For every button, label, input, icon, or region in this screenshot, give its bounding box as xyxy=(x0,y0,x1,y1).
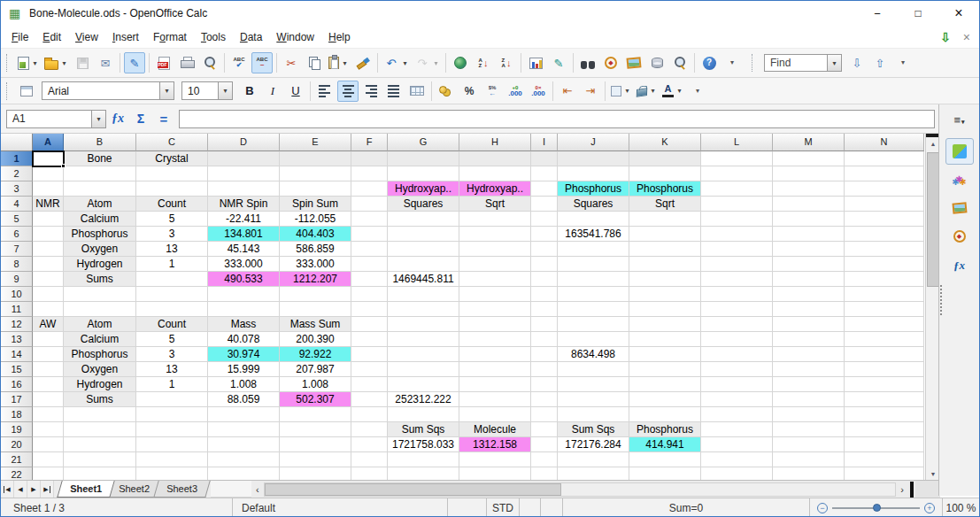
cell-N18[interactable] xyxy=(845,407,924,422)
cell-K3[interactable]: Phosphorus xyxy=(629,181,701,197)
sheet-tab-sheet3[interactable]: Sheet3 xyxy=(153,481,210,498)
cell-D8[interactable]: 333.000 xyxy=(208,257,280,272)
font-size-combo[interactable]: 10 xyxy=(181,81,233,100)
cell-N12[interactable] xyxy=(845,317,924,332)
background-color-dropdown[interactable]: ▾ xyxy=(649,87,657,95)
cell-K6[interactable] xyxy=(629,227,701,242)
menu-format[interactable]: Format xyxy=(146,27,194,48)
cell-C19[interactable] xyxy=(136,422,208,437)
column-header-B[interactable]: B xyxy=(64,134,136,151)
gallery-button[interactable] xyxy=(623,52,644,73)
cell-F10[interactable] xyxy=(351,287,388,302)
cell-H6[interactable] xyxy=(459,227,531,242)
cell-J19[interactable]: Sum Sqs xyxy=(558,422,629,437)
cell-D19[interactable] xyxy=(208,422,280,437)
bold-button[interactable]: B xyxy=(239,81,260,102)
row-header-7[interactable]: 7 xyxy=(1,242,33,257)
open-dropdown[interactable]: ▾ xyxy=(60,59,68,67)
cell-K20[interactable]: 414.941 xyxy=(629,437,701,452)
cell-D20[interactable] xyxy=(208,437,280,452)
cell-L18[interactable] xyxy=(701,407,773,422)
cell-A11[interactable] xyxy=(33,302,64,317)
cell-B14[interactable]: Phosphorus xyxy=(64,347,136,362)
menu-help[interactable]: Help xyxy=(321,27,358,48)
cell-K2[interactable] xyxy=(629,166,701,181)
cell-M18[interactable] xyxy=(773,407,845,422)
cell-J12[interactable] xyxy=(558,317,629,332)
cell-G11[interactable] xyxy=(388,302,459,317)
cell-G18[interactable] xyxy=(388,407,459,422)
cell-C7[interactable]: 13 xyxy=(136,242,208,257)
cell-A12[interactable]: AW xyxy=(33,317,64,332)
cell-E6[interactable]: 404.403 xyxy=(280,227,351,242)
cell-I5[interactable] xyxy=(531,212,558,227)
cell-J14[interactable]: 8634.498 xyxy=(558,347,629,362)
cell-D7[interactable]: 45.143 xyxy=(208,242,280,257)
cell-M8[interactable] xyxy=(773,257,845,272)
cell-J10[interactable] xyxy=(558,287,629,302)
cell-M7[interactable] xyxy=(773,242,845,257)
cell-A18[interactable] xyxy=(33,407,64,422)
cell-L10[interactable] xyxy=(701,287,773,302)
edit-mode-button[interactable]: ✎ xyxy=(124,52,145,73)
cell-G1[interactable] xyxy=(388,151,459,166)
format-paintbrush-button[interactable] xyxy=(352,52,374,73)
maximize-button[interactable] xyxy=(898,1,938,26)
background-color-button[interactable]: ▾ xyxy=(635,81,659,102)
function-button[interactable] xyxy=(152,108,175,129)
find-replace-button[interactable] xyxy=(577,52,598,73)
delete-decimal-button[interactable]: 0×.000 xyxy=(528,81,549,102)
cell-H8[interactable] xyxy=(459,257,531,272)
cell-E5[interactable]: -112.055 xyxy=(280,212,351,227)
cell-J6[interactable]: 163541.786 xyxy=(558,227,629,242)
toolbar-grip[interactable] xyxy=(6,54,11,72)
cell-C15[interactable]: 13 xyxy=(136,362,208,377)
borders-dropdown[interactable]: ▾ xyxy=(623,87,631,95)
cell-M5[interactable] xyxy=(773,212,845,227)
cell-B15[interactable]: Oxygen xyxy=(64,362,136,377)
cell-L2[interactable] xyxy=(701,166,773,181)
cell-I21[interactable] xyxy=(531,452,558,467)
cell-B10[interactable] xyxy=(64,287,136,302)
sheet-tab-sheet1[interactable]: Sheet1 xyxy=(57,481,115,498)
cell-I9[interactable] xyxy=(531,272,558,287)
cell-E16[interactable]: 1.008 xyxy=(280,377,351,392)
cell-G14[interactable] xyxy=(388,347,459,362)
cell-A7[interactable] xyxy=(33,242,64,257)
horizontal-scrollbar[interactable] xyxy=(264,482,896,497)
styles-window-button[interactable] xyxy=(16,81,37,102)
row-header-14[interactable]: 14 xyxy=(1,347,33,362)
cell-H22[interactable] xyxy=(459,467,531,480)
cell-H14[interactable] xyxy=(459,347,531,362)
minimize-button[interactable] xyxy=(857,1,898,26)
menu-insert[interactable]: Insert xyxy=(105,27,146,48)
cell-F14[interactable] xyxy=(351,347,388,362)
cell-B20[interactable] xyxy=(64,437,136,452)
row-header-9[interactable]: 9 xyxy=(1,272,33,287)
cell-I14[interactable] xyxy=(531,347,558,362)
open-button[interactable]: ▾ xyxy=(42,52,70,73)
cell-C17[interactable] xyxy=(136,392,208,407)
cell-H4[interactable]: Sqrt xyxy=(459,197,531,212)
menu-edit[interactable]: Edit xyxy=(35,27,68,48)
sidebar-styles-and-formatting-button[interactable]: ✱ xyxy=(945,166,974,193)
cell-M10[interactable] xyxy=(773,287,845,302)
export-pdf-button[interactable] xyxy=(153,52,174,73)
font-color-dropdown[interactable]: ▾ xyxy=(675,87,683,95)
cell-B8[interactable]: Hydrogen xyxy=(64,257,136,272)
cell-G17[interactable]: 252312.222 xyxy=(388,392,459,407)
zoom-out-button[interactable] xyxy=(817,503,828,513)
cell-M20[interactable] xyxy=(773,437,845,452)
cell-L6[interactable] xyxy=(701,227,773,242)
hyperlink-button[interactable] xyxy=(450,52,471,73)
previous-sheet-button[interactable] xyxy=(14,481,27,498)
cell-G6[interactable] xyxy=(388,227,459,242)
cell-J4[interactable]: Squares xyxy=(558,197,629,212)
cell-M3[interactable] xyxy=(773,181,845,197)
cell-N8[interactable] xyxy=(845,257,924,272)
cell-D2[interactable] xyxy=(208,166,280,181)
sidebar-navigator-button[interactable] xyxy=(945,223,974,250)
currency-format-button[interactable] xyxy=(436,81,457,102)
font-name-combo[interactable]: Arial xyxy=(42,81,174,100)
cell-D10[interactable] xyxy=(208,287,280,302)
